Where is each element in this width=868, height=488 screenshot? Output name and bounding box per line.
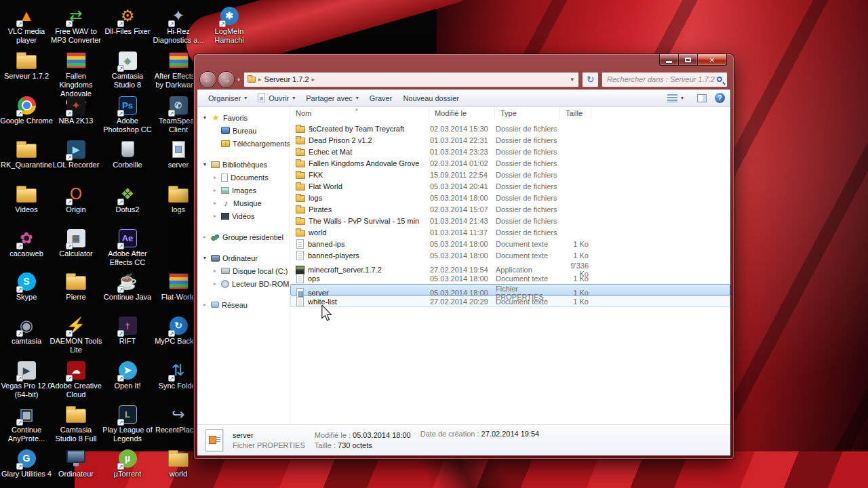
window-titlebar[interactable]: ✕ — [194, 54, 734, 69]
organiser-button[interactable]: Organiser ▾ — [203, 92, 252, 104]
sidebar-item-musique[interactable]: ▸♪Musique — [197, 197, 290, 209]
file-row[interactable]: white-list27.02.2014 20:29Document texte… — [290, 296, 730, 307]
address-dropdown-icon[interactable]: ▾ — [569, 76, 575, 83]
preview-pane-icon[interactable] — [697, 94, 707, 102]
sidebar-item-images[interactable]: ▸Images — [197, 184, 290, 197]
skype[interactable]: S↗Skype — [0, 271, 53, 302]
partager-button[interactable]: Partager avec ▾ — [300, 92, 364, 104]
lol-recorder[interactable]: ▶↗LOL Recorder — [50, 139, 102, 169]
column-header-nom[interactable]: Nom — [290, 107, 429, 119]
file-row[interactable]: ops05.03.2014 18:00Document texte1 Ko — [290, 272, 730, 284]
free-wav-to-mp3[interactable]: ⇄↗Free WAV to MP3 Converter — [50, 5, 102, 45]
collapsed-expander-icon[interactable]: ▸ — [201, 234, 208, 240]
help-icon[interactable]: ? — [715, 93, 725, 103]
back-button[interactable]: ← — [200, 72, 216, 87]
play-league-of-legends[interactable]: L↗Play League of Legends — [101, 404, 154, 443]
file-row[interactable]: §cCreated by Team Treycraft02.03.2014 15… — [290, 123, 730, 134]
search-input[interactable]: Rechercher dans : Serveur 1.7.2 — [601, 72, 728, 87]
file-row[interactable]: Flat World05.03.2014 20:41Dossier de fic… — [290, 180, 730, 192]
maximize-button[interactable] — [678, 54, 697, 66]
collapsed-expander-icon[interactable]: ▸ — [212, 281, 218, 287]
collapsed-expander-icon[interactable]: ▸ — [201, 302, 208, 308]
close-button[interactable]: ✕ — [697, 54, 727, 66]
file-row[interactable]: Pirates02.03.2014 15:07Dossier de fichie… — [290, 203, 730, 215]
sidebar-item-reseau[interactable]: ▸Réseau — [197, 298, 290, 311]
file-row[interactable]: world01.03.2014 11:37Dossier de fichiers — [290, 226, 730, 238]
sidebar-item-videos[interactable]: ▸Vidéos — [197, 209, 290, 222]
logmein-hamachi[interactable]: ✱↗LogMeIn Hamachi — [203, 5, 256, 45]
history-dropdown-icon[interactable]: ▾ — [237, 77, 240, 83]
refresh-button[interactable]: ↻ — [582, 72, 599, 87]
google-chrome[interactable]: ↗Google Chrome — [0, 95, 53, 125]
continue-java[interactable]: ☕↗Continue Java — [101, 271, 154, 302]
sidebar-item-telechargements[interactable]: ↓Téléchargements — [197, 137, 290, 150]
file-row[interactable]: FKK15.09.2011 22:54Dossier de fichiers — [290, 169, 730, 180]
sidebar-item-ordinateur[interactable]: ▾Ordinateur — [197, 251, 290, 264]
file-row[interactable]: The Walls - PvP Survival - 15 min01.03.2… — [290, 215, 730, 226]
file-row[interactable]: minecraft_server.1.7.227.02.2014 19:54Ap… — [290, 261, 730, 272]
sidebar-item-bibliotheques[interactable]: ▾Bibliothèques — [197, 158, 290, 171]
column-header-modifie[interactable]: Modifié le — [429, 107, 495, 119]
daemon-tools-lite[interactable]: ⚡↗DAEMON Tools Lite — [50, 315, 102, 354]
collapsed-expander-icon[interactable]: ▸ — [212, 174, 218, 180]
rk-quarantine-folder[interactable]: RK_Quarantine — [0, 139, 53, 169]
collapsed-expander-icon[interactable]: ▸ — [212, 187, 218, 193]
collapsed-expander-icon[interactable]: ▸ — [212, 268, 218, 274]
pierre-folder[interactable]: Pierre — [50, 271, 102, 302]
sidebar-item-disque-local-c[interactable]: ▸Disque local (C:) — [197, 264, 290, 277]
camtasia-studio-8-full-folder[interactable]: Camtasia Studio 8 Full — [50, 404, 102, 443]
corbeille[interactable]: Corbeille — [101, 139, 154, 169]
expanded-expander-icon[interactable]: ▾ — [201, 161, 208, 167]
change-view-button[interactable]: ▾ — [662, 92, 689, 104]
file-row[interactable]: server05.03.2014 18:00Fichier PROPERTIES… — [290, 284, 730, 296]
sidebar-item-favoris[interactable]: ▾★Favoris — [197, 111, 290, 124]
file-row[interactable]: Fallen Kingdoms Andovale Grove02.03.2014… — [290, 157, 730, 169]
glary-utilities[interactable]: G↗Glary Utilities 4 — [0, 448, 53, 479]
ouvrir-button[interactable]: Ouvrir ▾ — [252, 92, 300, 104]
minimize-button[interactable] — [659, 54, 678, 66]
nouveau-dossier-button[interactable]: Nouveau dossier — [397, 92, 465, 104]
collapsed-expander-icon[interactable]: ▸ — [212, 213, 218, 219]
dll-files-fixer[interactable]: ⚙↗Dll-Files Fixer — [101, 5, 154, 36]
sidebar-item-groupe-residentiel[interactable]: ▸Groupe résidentiel — [197, 230, 290, 243]
file-row[interactable]: logs05.03.2014 18:00Dossier de fichiers — [290, 192, 730, 203]
rift[interactable]: †↗RIFT — [101, 315, 154, 346]
camtasia[interactable]: ◉↗camtasia — [0, 315, 53, 346]
breadcrumb-arrow-icon[interactable]: ▸ — [312, 76, 315, 83]
adobe-after-effects-cc[interactable]: Ae↗Adobe After Effects CC — [101, 228, 154, 267]
serveur-172-folder[interactable]: Serveur 1.7.2 — [0, 50, 53, 81]
dofus2[interactable]: ❖↗Dofus2 — [101, 184, 154, 214]
utorrent[interactable]: µ↗µTorrent — [101, 448, 154, 479]
open-it[interactable]: ➤↗Open It! — [101, 360, 154, 390]
adobe-creative-cloud[interactable]: ☁↗Adobe Creative Cloud — [50, 360, 102, 399]
sidebar-item-bureau[interactable]: Bureau — [197, 124, 290, 137]
graver-button[interactable]: Graver — [364, 92, 398, 104]
file-row[interactable]: banned-ips05.03.2014 18:00Document texte… — [290, 238, 730, 249]
ordinateur[interactable]: Ordinateur — [50, 448, 102, 479]
nba-2k13[interactable]: ✦↗NBA 2K13 — [50, 95, 102, 125]
calculator[interactable]: ▦↗Calculator — [50, 228, 102, 258]
camtasia-studio-8[interactable]: ◈↗Camtasia Studio 8 — [101, 50, 154, 89]
file-row[interactable]: Dead Prison 2 v1.201.03.2014 22:31Dossie… — [290, 134, 730, 146]
sidebar-item-lecteur-bd-rom-e[interactable]: ▸Lecteur BD-ROM (E: — [197, 277, 290, 290]
file-row[interactable]: banned-players05.03.2014 18:00Document t… — [290, 249, 730, 261]
continue-anyprotect[interactable]: ▣↗Continue AnyProte... — [0, 404, 53, 443]
address-bar[interactable]: ▸ Serveur 1.7.2 ▸ ▾ — [243, 72, 579, 87]
hi-rez-diagnostics[interactable]: ✦↗Hi-Rez Diagnostics a... — [152, 5, 205, 45]
breadcrumb-segment[interactable]: Serveur 1.7.2 — [264, 75, 309, 83]
expanded-expander-icon[interactable]: ▾ — [201, 115, 208, 121]
breadcrumb-arrow-icon[interactable]: ▸ — [258, 76, 262, 83]
adobe-photoshop-cc[interactable]: Ps↗Adobe Photoshop CC — [101, 95, 154, 134]
origin[interactable]: O↗Origin — [50, 184, 102, 214]
expanded-expander-icon[interactable]: ▾ — [201, 255, 208, 261]
column-header-type[interactable]: Type — [495, 107, 560, 119]
vlc-media-player[interactable]: ▲↗VLC media player — [0, 5, 53, 45]
collapsed-expander-icon[interactable]: ▸ — [212, 200, 218, 206]
sidebar-item-documents[interactable]: ▸Documents — [197, 171, 290, 184]
videos-folder[interactable]: Videos — [0, 184, 53, 214]
cacaoweb[interactable]: ✿↗cacaoweb — [0, 228, 53, 258]
forward-button[interactable]: → — [218, 72, 234, 87]
file-row[interactable]: Echec et Mat01.03.2014 23:23Dossier de f… — [290, 146, 730, 157]
column-header-taille[interactable]: Taille — [560, 107, 591, 119]
vegas-pro[interactable]: ▶↗Vegas Pro 12.0 (64-bit) — [0, 360, 53, 399]
